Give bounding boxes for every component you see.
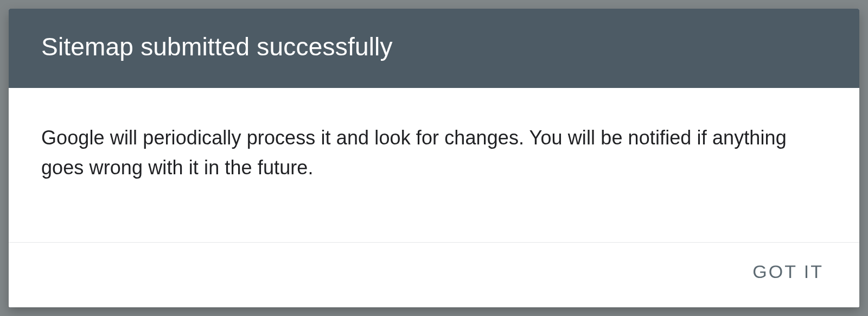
confirmation-dialog: Sitemap submitted successfully Google wi…	[9, 9, 859, 307]
dialog-header: Sitemap submitted successfully	[9, 9, 859, 88]
dialog-message: Google will periodically process it and …	[41, 123, 827, 184]
dialog-title: Sitemap submitted successfully	[41, 31, 827, 63]
dialog-footer: GOT IT	[9, 242, 859, 307]
got-it-button[interactable]: GOT IT	[749, 255, 827, 289]
dialog-body: Google will periodically process it and …	[9, 88, 859, 243]
